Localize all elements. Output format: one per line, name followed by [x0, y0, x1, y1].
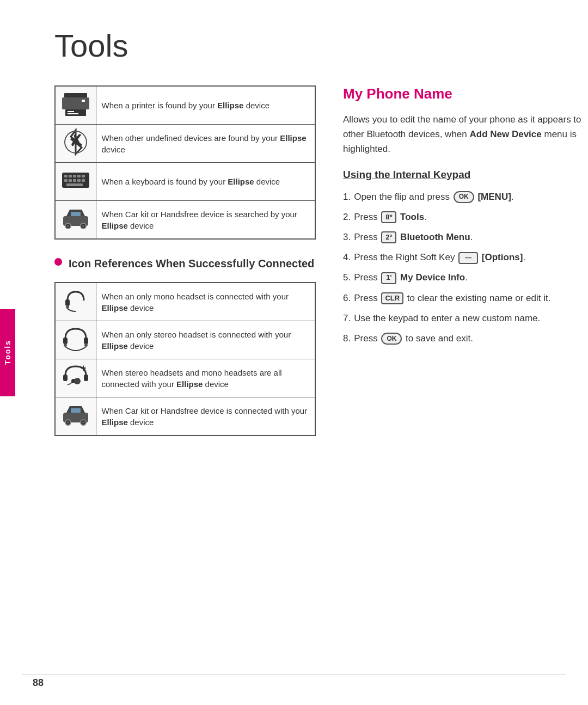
table-row: + When stereo headsets and mono headsets…	[55, 359, 315, 397]
bullet-dot	[54, 258, 62, 266]
carkit-connected-icon	[60, 401, 91, 429]
svg-rect-30	[63, 338, 68, 344]
sidebar-tab-label: Tools	[3, 340, 12, 365]
svg-rect-19	[82, 179, 85, 182]
table-row: When a printer is found by your Ellipse …	[55, 86, 315, 125]
carkit-icon	[60, 204, 91, 232]
ok-key-2: OK	[381, 333, 402, 345]
icon-cell: +	[55, 359, 96, 397]
1-key: 1'	[381, 272, 396, 284]
icon-cell	[55, 201, 96, 240]
step-6: 6. Press CLR to clear the existing name …	[343, 291, 583, 305]
svg-rect-14	[82, 175, 85, 177]
2-key: 2°	[381, 231, 396, 243]
right-column: My Phone Name Allows you to edit the nam…	[343, 85, 583, 452]
step-3: 3. Press 2° Bluetooth Menu.	[343, 230, 583, 244]
mono-headset-icon	[60, 286, 91, 315]
step-4: 4. Press the Right Soft Key — [Options].	[343, 250, 583, 265]
table-row: When Car kit or Handsfree device is conn…	[55, 397, 315, 436]
svg-point-38	[74, 378, 81, 384]
table-cell-text: When an only mono headset is connected w…	[96, 283, 315, 321]
table-row: When a keyboard is found by your Ellipse…	[55, 163, 315, 201]
svg-rect-18	[77, 179, 81, 182]
table-cell-text: When Car kit or Handsfree device is sear…	[96, 201, 315, 240]
device-search-table: When a printer is found by your Ellipse …	[54, 85, 316, 240]
svg-rect-2	[65, 109, 86, 116]
steps-list: 1. Open the flip and press OK [MENU]. 2.…	[343, 189, 583, 346]
svg-rect-15	[64, 179, 68, 182]
svg-point-44	[67, 421, 69, 424]
svg-point-29	[66, 305, 69, 309]
subsection-heading: Using the Internal Keypad	[343, 169, 583, 181]
page-divider	[22, 675, 566, 675]
both-headsets-icon: +	[60, 363, 91, 391]
svg-text:✗: ✗	[69, 132, 82, 149]
intro-paragraph: Allows you to edit the name of your phon…	[343, 112, 583, 157]
table-cell-text: When a printer is found by your Ellipse …	[96, 86, 315, 125]
svg-rect-13	[77, 175, 81, 177]
stereo-headset-icon	[60, 324, 91, 353]
svg-rect-28	[65, 299, 70, 306]
table-cell-text: When a keyboard is found by your Ellipse…	[96, 163, 315, 201]
svg-rect-5	[82, 100, 85, 102]
step-2: 2. Press 8* Tools.	[343, 210, 583, 224]
left-column: When a printer is found by your Ellipse …	[54, 85, 316, 452]
page-number: 88	[33, 677, 44, 689]
icon-cell	[55, 86, 96, 125]
svg-rect-10	[64, 175, 68, 177]
table-cell-text: When other undefined devices are found b…	[96, 125, 315, 163]
table-cell-text: When Car kit or Handsfree device is conn…	[96, 397, 315, 436]
keyboard-icon	[60, 166, 91, 194]
table-row: ✗ When other undefined devices are found…	[55, 125, 315, 163]
svg-rect-17	[73, 179, 76, 182]
svg-rect-12	[73, 175, 76, 177]
right-soft-key: —	[458, 252, 478, 264]
two-column-layout: When a printer is found by your Ellipse …	[54, 85, 583, 452]
table-cell-text: When an only stereo headset is connected…	[96, 321, 315, 359]
printer-icon	[60, 90, 91, 118]
svg-text:+: +	[81, 363, 87, 373]
icon-cell	[55, 163, 96, 201]
icon-cell	[55, 283, 96, 321]
svg-rect-11	[69, 175, 72, 177]
step-7: 7. Use the keypad to enter a new custom …	[343, 311, 583, 326]
svg-point-33	[84, 344, 88, 347]
clr-key: CLR	[381, 292, 403, 304]
main-content: Tools	[22, 0, 588, 480]
svg-point-27	[82, 225, 84, 227]
step-8: 8. Press OK to save and exit.	[343, 331, 583, 346]
icon-cell	[55, 397, 96, 436]
svg-point-32	[64, 344, 67, 347]
bluetooth-icon: ✗	[60, 128, 91, 156]
step-5: 5. Press 1' My Device Info.	[343, 270, 583, 285]
table-row: When an only stereo headset is connected…	[55, 321, 315, 359]
svg-rect-43	[71, 408, 81, 413]
bullet-section: Icon References When Successfully Connec…	[54, 256, 316, 271]
bullet-section-title: Icon References When Successfully Connec…	[69, 256, 314, 271]
svg-rect-25	[71, 212, 81, 216]
table-row: When Car kit or Handsfree device is sear…	[55, 201, 315, 240]
8-key: 8*	[381, 211, 396, 223]
sidebar-tab: Tools	[0, 309, 15, 396]
svg-rect-4	[68, 113, 78, 114]
svg-point-26	[67, 225, 69, 227]
icon-cell: ✗	[55, 125, 96, 163]
svg-rect-34	[63, 375, 68, 381]
svg-rect-0	[64, 93, 87, 97]
svg-rect-16	[69, 179, 72, 182]
icon-cell	[55, 321, 96, 359]
table-cell-text: When stereo headsets and mono headsets a…	[96, 359, 315, 397]
connected-icons-table: When an only mono headset is connected w…	[54, 282, 316, 436]
svg-point-45	[82, 421, 84, 424]
section-heading: My Phone Name	[343, 85, 583, 102]
ok-key-1: OK	[454, 191, 474, 203]
svg-rect-20	[66, 183, 83, 186]
svg-rect-3	[68, 111, 74, 112]
page-title: Tools	[54, 27, 583, 64]
svg-rect-35	[84, 375, 88, 381]
table-row: When an only mono headset is connected w…	[55, 283, 315, 321]
step-1: 1. Open the flip and press OK [MENU].	[343, 189, 583, 204]
svg-rect-31	[84, 338, 88, 344]
svg-rect-1	[62, 97, 89, 109]
